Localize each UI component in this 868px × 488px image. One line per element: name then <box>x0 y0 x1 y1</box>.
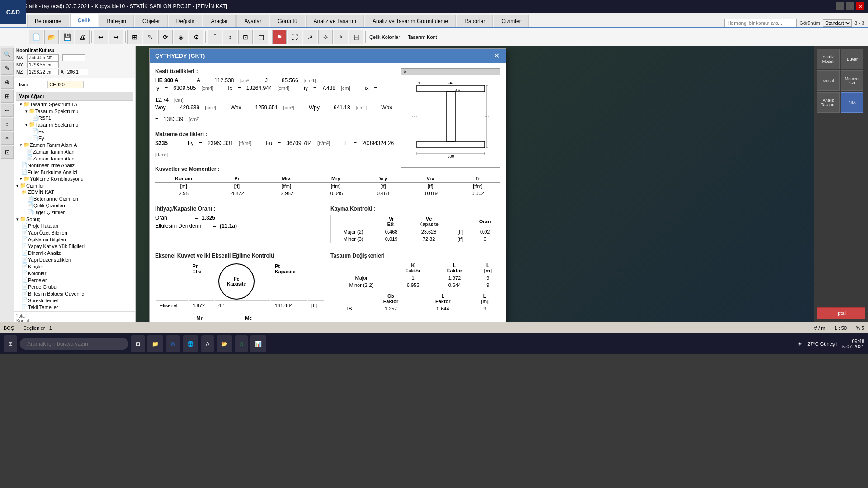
toolbar-b7[interactable]: ↕ <box>223 30 237 44</box>
tab-analiz-goruntuleme[interactable]: Analiz ve Tasarım Görüntüleme <box>365 15 456 27</box>
tab-araclar[interactable]: Araçlar <box>203 15 236 27</box>
tab-raporlar[interactable]: Raporlar <box>457 15 493 27</box>
tree-tasarim-spektrumu[interactable]: ▾📁 Tasarım Spektrumu A <box>16 101 133 108</box>
taskbar-task-view[interactable]: ⊡ <box>131 335 145 352</box>
tree-tekil[interactable]: 📄 Tekil Temeller <box>16 304 133 310</box>
tree-surekli-temel[interactable]: 📄 Sürekli Temel <box>16 297 133 304</box>
tree-betonarme-ciz[interactable]: 📄 Betonarme Çizimleri <box>16 195 133 202</box>
right-btn-analiz-tasarim[interactable]: AnalizTasarım <box>817 92 840 113</box>
taskbar-app[interactable]: 📊 <box>250 335 266 352</box>
toolbar-b4[interactable]: ◈ <box>174 30 188 44</box>
maximize-button[interactable]: □ <box>846 2 854 10</box>
toolbar-open[interactable]: 📂 <box>44 30 59 44</box>
toolbar-b10[interactable]: ⚑ <box>272 30 287 44</box>
tree-aciklama[interactable]: 📄 Açıklama Bilgileri <box>16 236 133 243</box>
taskbar-acrobat[interactable]: A <box>201 335 214 352</box>
left-btn-8[interactable]: ⊡ <box>1 146 14 159</box>
tree-perde-grubu[interactable]: 📄 Perde Grubu <box>16 283 133 290</box>
right-btn-moment[interactable]: Moment3-3 <box>841 70 863 91</box>
tree-ex[interactable]: 📄 Ex <box>16 128 133 135</box>
toolbar-redo[interactable]: ↪ <box>109 30 123 44</box>
right-btn-nia[interactable]: NIA <box>841 92 863 113</box>
tree-rsf1[interactable]: 📄 RSF1 <box>16 114 133 121</box>
taskbar-search[interactable] <box>20 338 128 350</box>
tree-celik-ciz[interactable]: 📄 Çelik Çizimleri <box>16 202 133 209</box>
toolbar-new[interactable]: 📄 <box>29 30 43 44</box>
tree-dinamik[interactable]: 📄 Dinamik Analiz <box>16 249 133 256</box>
tree-proje-hatalar[interactable]: 📄 Proje Hataları <box>16 222 133 229</box>
left-btn-6[interactable]: ↕ <box>1 118 14 131</box>
right-btn-modal[interactable]: Modal <box>817 70 840 91</box>
modal-close-button[interactable]: ✕ <box>493 52 500 60</box>
tree-kolonlar[interactable]: 📄 Kolonlar <box>16 270 133 277</box>
left-btn-7[interactable]: ⌖ <box>1 132 14 145</box>
toolbar-undo[interactable]: ↩ <box>94 30 108 44</box>
toolbar-b5[interactable]: ⚙ <box>189 30 203 44</box>
left-btn-3[interactable]: ⊕ <box>1 76 14 89</box>
tab-objeler[interactable]: Objeler <box>135 15 168 27</box>
toolbar-b12[interactable]: ↗ <box>303 30 317 44</box>
tab-birlesim[interactable]: Birleşim <box>99 15 134 27</box>
tree-zemin-kat[interactable]: 📁 ZEMİN KAT <box>16 189 133 195</box>
tree-sonuc[interactable]: ▾📁 Sonuç <box>16 216 133 222</box>
view-select[interactable]: Standart <box>823 19 852 27</box>
tab-goruntu[interactable]: Görüntü <box>270 15 305 27</box>
preview-close[interactable]: ✕ <box>403 70 407 75</box>
toolbar-b3[interactable]: ⟳ <box>158 30 173 44</box>
right-btn-analiz-model[interactable]: AnalizModeli <box>817 49 840 69</box>
tab-betonarme[interactable]: Betonarme <box>27 15 69 27</box>
left-btn-4[interactable]: ⊞ <box>1 90 14 103</box>
tab-analiz[interactable]: Analiz ve Tasarım <box>306 15 364 27</box>
taskbar-chrome[interactable]: 🌐 <box>183 335 198 352</box>
tree-diger-ciz[interactable]: 📄 Diğer Çizimler <box>16 209 133 216</box>
tree-ey[interactable]: 📄 Ey <box>16 135 133 141</box>
tree-kirisler[interactable]: 📄 Kirişler <box>16 263 133 270</box>
taskbar-excel[interactable]: X <box>235 335 248 352</box>
toolbar-b15[interactable]: ⌸ <box>349 30 363 44</box>
tree-yukleme[interactable]: ▾📁 Yükleme Kombinasyonu <box>16 175 133 182</box>
tab-degistir[interactable]: Değiştir <box>169 15 203 27</box>
left-btn-5[interactable]: ↔ <box>1 104 14 117</box>
coord-my-input[interactable] <box>27 61 59 68</box>
toolbar-b11[interactable]: ⛶ <box>288 30 302 44</box>
toolbar-print[interactable]: 🖨 <box>75 30 90 44</box>
tree-euler[interactable]: 📄 Euler Burkulma Analizi <box>16 169 133 175</box>
left-btn-1[interactable]: 🔍 <box>1 48 14 61</box>
coord-a-input[interactable] <box>66 69 88 75</box>
toolbar-b1[interactable]: ⊞ <box>127 30 142 44</box>
taskbar-files[interactable]: 📂 <box>217 335 232 352</box>
toolbar-b14[interactable]: ⌖ <box>334 30 348 44</box>
command-search[interactable] <box>724 19 797 27</box>
tab-celik[interactable]: Çelik <box>70 14 99 27</box>
coord-mx-input[interactable] <box>27 54 59 61</box>
right-btn-duvar[interactable]: Duvar <box>841 49 863 69</box>
tree-zaman-alan2[interactable]: 📄 Zaman Tanım Alan <box>16 155 133 162</box>
iptal-side-button[interactable]: İptal <box>817 307 865 319</box>
tree-zaman[interactable]: ▾📁 Zaman Tanım Alanı A <box>16 141 133 148</box>
tree-nonlineer[interactable]: 📄 Nonlineer İtme Analiz <box>16 162 133 169</box>
toolbar-b8[interactable]: ⊡ <box>238 30 253 44</box>
minimize-button[interactable]: — <box>836 2 844 10</box>
toolbar-b6[interactable]: ⟦ <box>208 30 222 44</box>
toolbar-b13[interactable]: ⟢ <box>318 30 333 44</box>
coord-mz-input[interactable] <box>27 69 59 75</box>
left-btn-2[interactable]: ✎ <box>1 62 14 75</box>
toolbar-save[interactable]: 💾 <box>60 30 74 44</box>
tab-cizimler[interactable]: Çizimler <box>494 15 528 27</box>
coord-l-input[interactable] <box>62 54 85 61</box>
tree-spektrum-sub2[interactable]: ▾📁 Tasarım Spektrumu <box>16 121 133 128</box>
close-button[interactable]: ✕ <box>856 2 864 10</box>
toolbar-b9[interactable]: ◫ <box>254 30 268 44</box>
tree-spektrum-sub[interactable]: ▾📁 Tasarım Spektrumu <box>16 108 133 114</box>
tree-yapi-duz[interactable]: 📄 Yapı Düzensizlikleri <box>16 256 133 263</box>
taskbar-word[interactable]: W <box>166 335 180 352</box>
tree-birlesim[interactable]: 📄 Birleşim Bölgesi Güvenliği <box>16 290 133 297</box>
start-button[interactable]: ⊞ <box>4 335 17 352</box>
tree-zaman-alan1[interactable]: 📄 Zaman Tanım Alan <box>16 148 133 155</box>
prop-isim-input[interactable] <box>47 81 84 88</box>
tree-cizimler[interactable]: ▾📁 Çizimler <box>16 182 133 189</box>
tree-yapay-kat[interactable]: 📄 Yapay Kat ve Yük Bilgileri <box>16 243 133 249</box>
taskbar-explorer[interactable]: 📁 <box>147 335 163 352</box>
toolbar-b2[interactable]: ✎ <box>143 30 157 44</box>
tree-yapi-ozet[interactable]: 📄 Yapı Özet Bilgileri <box>16 229 133 236</box>
